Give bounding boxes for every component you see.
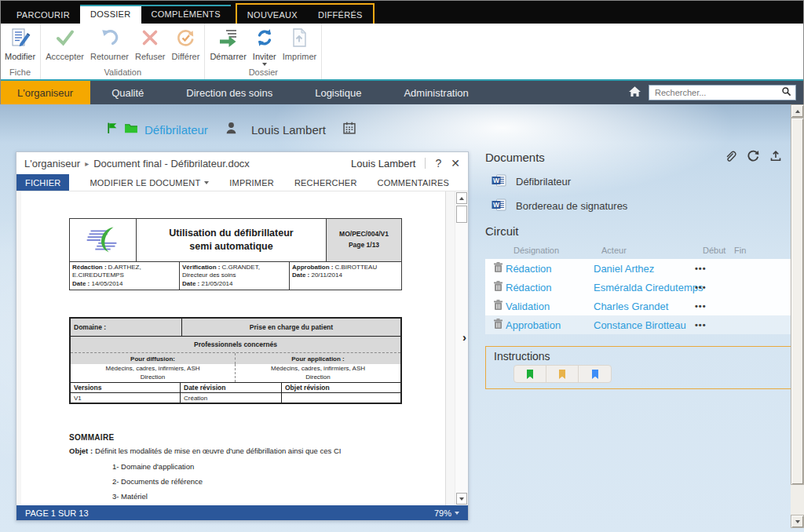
word-doc-icon: W [492,174,506,189]
refuser-label: Refuser [135,52,166,61]
tab-complements[interactable]: COMPLÉMENTS [141,5,231,24]
doc-sommaire: SOMMAIRE Objet :Définit les modalités de… [69,433,438,505]
trash-icon[interactable] [485,261,506,276]
scroll-down-button[interactable] [791,515,804,528]
blue-flag-button[interactable] [579,366,611,382]
acccepter-button[interactable]: Acccepter [42,26,87,61]
word-doc-icon: W [492,199,506,213]
breadcrumb-folder-link[interactable]: Défibrilateur [144,123,208,137]
tab-parcourir[interactable]: PARCOURIR [6,6,80,24]
chevron-down-icon [204,181,209,184]
circuit-actor-link[interactable]: Charles Grandet [594,301,695,312]
pour-diffusion-label: Pour diffusion: [71,353,236,364]
upload-icon[interactable] [769,149,782,165]
page-indicator: PAGE 1 SUR 13 [25,508,89,518]
circuit-designation-link[interactable]: Validation [506,301,594,312]
differer-label: Différer [172,52,200,61]
domaine-value: Prise en charge du patient [182,319,400,336]
nav-item-logistique[interactable]: Logistique [294,81,382,104]
menu-modifier-le-document[interactable]: MODIFIER LE DOCUMENT [90,174,209,191]
scrollbar-thumb[interactable] [791,118,804,485]
menu-imprimer[interactable]: IMPRIMER [229,174,274,191]
close-icon[interactable]: ✕ [451,157,460,169]
zoom-control[interactable]: 79% [434,508,459,518]
nav-item-administration[interactable]: Administration [382,81,489,104]
row-more-button[interactable]: ••• [695,320,707,330]
doc-reference: MO/PEC/004/V1 Page 1/13 [327,219,401,261]
menu-rechercher[interactable]: RECHERCHER [294,174,357,191]
document-link-bordereau[interactable]: W Bordereau de signatures [492,199,791,213]
row-more-button[interactable]: ••• [695,282,707,292]
menu-fichier[interactable]: FICHIER [16,174,69,191]
doc-redaction-cell: Rédaction :D.ARTHEZ, E.CIREDUTEMPS Date … [70,262,180,290]
menu-commentaires[interactable]: COMMENTAIRES [378,174,449,191]
retourner-button[interactable]: Retourner [87,26,132,61]
differer-button[interactable]: Différer [169,26,203,61]
home-icon[interactable] [628,86,641,100]
diffusion-value: Médecins, cadres, infirmiers, ASH Direct… [71,364,236,382]
search-input[interactable] [653,87,781,98]
refuser-button[interactable]: Refuser [132,26,169,61]
paperclip-icon[interactable] [724,149,736,165]
chevron-right-icon: ▸ [85,159,89,168]
tab-dossier[interactable]: DOSSIER [80,5,141,24]
circuit-designation-link[interactable]: Rédaction [506,282,594,293]
nav-item-qualite[interactable]: Qualité [90,81,165,104]
circuit-actor-link[interactable]: Constance Birotteau [594,319,695,331]
circuit-designation-link[interactable]: Rédaction [506,263,594,275]
start-arrow-icon [218,27,239,51]
row-more-button[interactable]: ••• [695,301,707,311]
group-label-dossier: Dossier [206,67,320,79]
panel-expander[interactable]: › [462,330,466,344]
row-more-button[interactable]: ••• [695,264,707,273]
nav-item-direction-des-soins[interactable]: Direction des soins [165,81,294,104]
scroll-up-button[interactable] [791,104,804,118]
viewer-scrollbar[interactable] [455,191,468,505]
site-navbar: L'organiseur Qualité Direction des soins… [0,81,804,104]
workspace: Défibrilateur Louis Lambert L'organiseur… [0,104,804,532]
circuit-actor-link[interactable]: Daniel Arthez [594,263,695,275]
group-label-fiche: Fiche [2,67,38,79]
modifier-button[interactable]: Modifier [2,26,38,61]
help-button[interactable]: ? [435,157,441,169]
instructions-title: Instructions [494,350,792,363]
imprimer-label: Imprimer [283,52,316,61]
trash-icon[interactable] [485,318,506,333]
scroll-down-button[interactable] [456,493,467,505]
viewer-header: L'organiseur ▸ Document final - Défibril… [16,152,468,174]
sommaire-item: 1- Domaine d'application [112,462,438,472]
green-flag-button[interactable] [514,366,546,382]
scrollbar-thumb[interactable] [456,206,467,223]
circuit-designation-link[interactable]: Approbation [506,319,594,331]
doc-header-table: Utilisation du défibrillateur semi autom… [69,218,402,290]
circuit-actor-link[interactable]: Esméralda Ciredutemps [594,282,695,293]
divider [425,158,426,169]
refresh-icon[interactable] [747,149,759,165]
page-scrollbar[interactable] [791,104,804,528]
circuit-row: Approbation Constance Birotteau ••• [485,315,791,334]
tab-differes[interactable]: DIFFÉRÉS [308,6,373,24]
chevron-down-icon [455,512,459,515]
tab-nouveaux[interactable]: NOUVEAUX [237,6,308,24]
yellow-flag-button[interactable] [546,366,579,382]
viewer-crumb-root[interactable]: L'organiseur [24,158,80,169]
search-icon[interactable] [781,86,791,100]
doc-verification-cell: Vérification :C.GRANDET, Directeur des s… [180,262,290,290]
document-link-defibrilateur[interactable]: W Défibrilateur [492,174,791,189]
ribbon-tab-bar: PARCOURIR DOSSIER COMPLÉMENTS NOUVEAUX D… [0,0,804,24]
folder-icon [124,122,138,137]
sommaire-objet: Objet :Définit les modalités de mise en … [69,446,438,455]
scroll-up-button[interactable] [456,192,467,204]
breadcrumb: Défibrilateur Louis Lambert [106,122,356,137]
calendar-icon[interactable] [343,122,356,137]
retourner-label: Retourner [90,52,129,61]
nav-item-organiseur[interactable]: L'organiseur [0,81,90,104]
trash-icon[interactable] [485,299,506,314]
trash-icon[interactable] [485,280,506,295]
versions-header: Versions [71,383,181,392]
green-flag-icon [527,370,533,379]
demarrer-button[interactable]: Démarrer [206,26,249,61]
inviter-button[interactable]: Inviter [250,26,280,66]
imprimer-button[interactable]: Imprimer [280,26,320,61]
circuit-headers: Désignation Acteur Début Fin [485,246,791,255]
